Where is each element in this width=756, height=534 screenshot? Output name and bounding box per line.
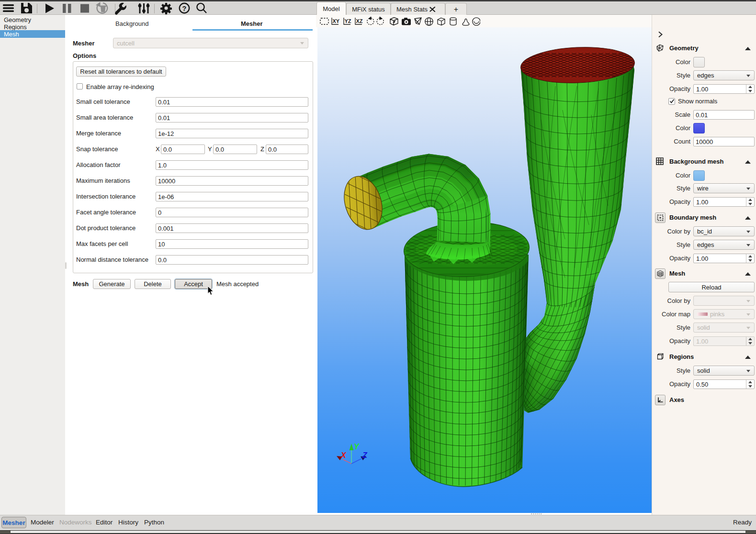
svg-text:?: ? [182,5,187,12]
svg-text:XZ: XZ [356,18,363,24]
svg-text:XY: XY [333,18,340,24]
svg-text:YZ: YZ [345,18,351,24]
svg-text:X: X [340,451,347,459]
svg-text:Y: Y [354,443,360,451]
svg-text:Z: Z [362,451,368,459]
